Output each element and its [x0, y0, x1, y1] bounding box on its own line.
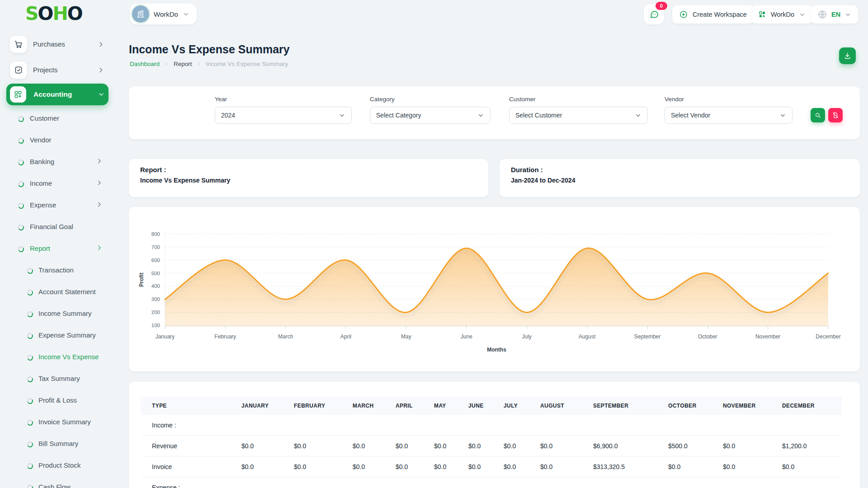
bullet-icon	[18, 202, 25, 210]
sidebar-item-label: Income Summary	[38, 310, 92, 317]
chat-button[interactable]: 0	[644, 4, 664, 24]
svg-text:October: October	[698, 333, 717, 340]
grid-apps-icon	[758, 10, 766, 19]
sidebar-item-label: Account Statement	[38, 288, 96, 296]
duration-label: Duration :	[511, 166, 543, 174]
table-header-cell: JULY	[504, 397, 540, 415]
table-cell-type: Revenue	[141, 436, 241, 456]
sidebar-item-invoice-summary[interactable]: Invoice Summary	[0, 411, 116, 433]
select-value: Select Customer	[515, 112, 562, 119]
select-value: 2024	[221, 112, 235, 119]
table-cell: $313,320.5	[593, 456, 668, 477]
language-selector[interactable]: EN	[811, 5, 858, 23]
logo-letter: S	[25, 3, 38, 24]
bullet-icon	[18, 246, 25, 253]
table-group-label: Expense :	[141, 477, 842, 488]
table-group-label: Income :	[141, 415, 842, 436]
table-cell: $0.0	[504, 456, 540, 477]
sidebar-item-bill-summary[interactable]: Bill Summary	[0, 433, 116, 455]
income-expense-table-card: TYPEJANUARYFEBRUARYMARCHAPRILMAYJUNEJULY…	[129, 382, 860, 488]
bullet-icon	[27, 333, 34, 340]
bullet-icon	[27, 289, 34, 296]
sidebar-item-income-summary[interactable]: Income Summary	[0, 303, 116, 324]
sidebar-item-account-statement[interactable]: Account Statement	[0, 281, 116, 303]
app-menu-label: WorkDo	[771, 11, 794, 18]
table-cell: $0.0	[782, 456, 842, 477]
grid-plus-icon	[14, 90, 23, 99]
chevron-right-icon	[96, 244, 103, 251]
sidebar-item-vendor[interactable]: Vendor	[0, 129, 116, 151]
sidebar-item-financial-goal[interactable]: Financial Goal	[0, 216, 116, 238]
svg-text:June: June	[461, 333, 472, 340]
chevron-right-icon	[96, 179, 103, 186]
svg-text:September: September	[634, 333, 661, 340]
sidebar-item-expense[interactable]: Expense	[0, 194, 116, 216]
sidebar-item-projects[interactable]: Projects	[0, 60, 116, 80]
download-button[interactable]	[839, 47, 856, 64]
sidebar-item-transaction[interactable]: Transaction	[0, 259, 116, 281]
breadcrumb-item-dashboard[interactable]: Dashboard	[130, 61, 160, 67]
bullet-icon	[18, 181, 25, 188]
chevron-right-icon	[96, 244, 103, 251]
sidebar-item-cash-flow[interactable]: Cash Flow	[0, 476, 116, 488]
sidebar-item-customer[interactable]: Customer	[0, 108, 116, 129]
table-header-row: TYPEJANUARYFEBRUARYMARCHAPRILMAYJUNEJULY…	[141, 397, 842, 415]
chevron-right-icon	[197, 61, 202, 66]
sidebar-item-income[interactable]: Income	[0, 173, 116, 194]
chevron-right-icon	[97, 66, 104, 74]
search-button[interactable]	[811, 108, 825, 122]
chevron-down-icon	[779, 112, 786, 119]
sidebar-item-label: Customer	[30, 114, 59, 122]
sidebar-item-banking[interactable]: Banking	[0, 151, 116, 173]
table-cell: $0.0	[434, 436, 468, 456]
sidebar-item-profit-loss[interactable]: Profit & Loss	[0, 389, 116, 411]
bullet-icon	[18, 137, 25, 145]
table-cell: $0.0	[723, 436, 782, 456]
sidebar-item-tax-summary[interactable]: Tax Summary	[0, 368, 116, 389]
sidebar-item-expense-summary[interactable]: Expense Summary	[0, 324, 116, 346]
workspace-name: WorkDo	[154, 10, 178, 18]
breadcrumb-item-income-vs-expense-summary: Income Vs Expense Summary	[206, 61, 288, 67]
svg-text:100: 100	[151, 323, 160, 328]
filter-label: Year	[215, 96, 352, 103]
table-cell: $0.0	[434, 456, 468, 477]
income-expense-table: TYPEJANUARYFEBRUARYMARCHAPRILMAYJUNEJULY…	[141, 397, 842, 488]
sidebar-item-purchases[interactable]: Purchases	[0, 34, 116, 55]
profit-chart-card: 800700600500400300200100JanuaryFebruaryM…	[129, 207, 860, 371]
chevron-down-icon	[799, 11, 806, 18]
report-value: Income Vs Expense Summary	[140, 177, 230, 184]
sidebar-item-label: Accounting	[33, 90, 72, 99]
table-cell: $0.0	[468, 456, 504, 477]
workspace-switcher[interactable]: WorkDo	[130, 4, 197, 24]
globe-icon	[817, 9, 827, 19]
search-icon	[814, 112, 821, 119]
chevron-right-icon	[97, 66, 104, 74]
create-workspace-button[interactable]: Create Workspace	[672, 5, 754, 23]
vendor-select[interactable]: Select Vendor	[665, 107, 793, 124]
svg-text:800: 800	[151, 231, 160, 237]
table-cell: $500.0	[668, 436, 723, 456]
customer-select[interactable]: Select Customer	[509, 107, 648, 124]
chevron-right-icon	[197, 61, 202, 66]
sidebar-item-accounting[interactable]: Accounting	[6, 84, 108, 105]
category-select[interactable]: Select Category	[370, 107, 491, 124]
chevron-down-icon	[844, 11, 851, 18]
table-header-cell: JUNE	[468, 397, 504, 415]
bullet-icon	[18, 224, 25, 231]
table-cell: $0.0	[396, 456, 434, 477]
sidebar-item-product-stock[interactable]: Product Stock	[0, 455, 116, 476]
reset-filter-button[interactable]	[828, 108, 843, 122]
sidebar-item-report[interactable]: Report	[0, 238, 116, 259]
sidebar-item-label: Tax Summary	[38, 375, 80, 382]
brand-logo[interactable]: SOHO	[25, 3, 82, 24]
sidebar-item-income-vs-expense[interactable]: Income Vs Expense	[0, 346, 116, 368]
table-cell: $0.0	[353, 436, 396, 456]
chevron-down-icon	[844, 11, 851, 18]
year-select[interactable]: 2024	[215, 107, 352, 124]
bullet-icon	[18, 116, 25, 123]
apps-grid-icon	[758, 10, 766, 19]
filter-field-vendor: VendorSelect Vendor	[665, 96, 793, 124]
table-header-cell: TYPE	[141, 397, 241, 415]
breadcrumb-item-report[interactable]: Report	[174, 61, 192, 67]
app-menu-button[interactable]: WorkDo	[751, 5, 812, 23]
